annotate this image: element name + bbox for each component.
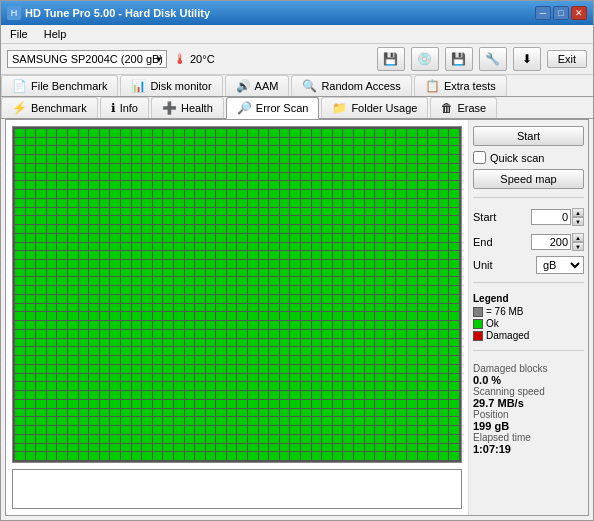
grid-cell xyxy=(110,382,120,390)
grid-cell xyxy=(333,452,343,460)
tab-disk-monitor[interactable]: 📊 Disk monitor xyxy=(120,75,222,96)
grid-cell xyxy=(206,365,216,373)
tab-extra-tests[interactable]: 📋 Extra tests xyxy=(414,75,507,96)
grid-cell xyxy=(36,444,46,452)
grid-cell xyxy=(418,181,428,189)
grid-cell xyxy=(174,234,184,242)
toolbar-btn-2[interactable]: 💿 xyxy=(411,47,439,71)
grid-cell xyxy=(365,374,375,382)
drive-select[interactable]: SAMSUNG SP2004C (200 gB) xyxy=(7,50,167,68)
grid-cell xyxy=(142,356,152,364)
grid-cell xyxy=(290,330,300,338)
tab-health[interactable]: ➕ Health xyxy=(151,97,224,118)
grid-cell xyxy=(216,435,226,443)
grid-cell xyxy=(153,374,163,382)
grid-cell xyxy=(407,225,417,233)
grid-cell xyxy=(15,365,25,373)
grid-cell xyxy=(26,225,36,233)
grid-cell xyxy=(195,243,205,251)
grid-cell xyxy=(354,321,364,329)
grid-cell xyxy=(57,199,67,207)
start-button[interactable]: Start xyxy=(473,126,584,146)
grid-cell xyxy=(375,339,385,347)
grid-cell xyxy=(47,339,57,347)
grid-cell xyxy=(26,155,36,163)
grid-cell xyxy=(100,208,110,216)
unit-select[interactable]: gB MB xyxy=(536,256,584,274)
grid-cell xyxy=(153,304,163,312)
grid-cell xyxy=(354,164,364,172)
quick-scan-checkbox[interactable] xyxy=(473,151,486,164)
start-input[interactable] xyxy=(531,209,571,225)
grid-cell xyxy=(396,251,406,259)
exit-button[interactable]: Exit xyxy=(547,50,587,68)
grid-cell xyxy=(153,409,163,417)
divider-3 xyxy=(473,350,584,351)
grid-cell xyxy=(333,138,343,146)
grid-cell xyxy=(439,234,449,242)
grid-cell xyxy=(79,225,89,233)
grid-cell xyxy=(206,199,216,207)
grid-cell xyxy=(248,277,258,285)
tab-info[interactable]: ℹ Info xyxy=(100,97,149,118)
grid-cell xyxy=(354,225,364,233)
toolbar-btn-4[interactable]: 🔧 xyxy=(479,47,507,71)
grid-cell xyxy=(237,208,247,216)
toolbar-btn-5[interactable]: ⬇ xyxy=(513,47,541,71)
grid-cell xyxy=(375,146,385,154)
grid-cell xyxy=(174,208,184,216)
end-spin-up[interactable]: ▲ xyxy=(572,233,584,242)
grid-cell xyxy=(396,181,406,189)
end-spin-down[interactable]: ▼ xyxy=(572,242,584,251)
grid-cell xyxy=(248,295,258,303)
tab-error-scan[interactable]: 🔎 Error Scan xyxy=(226,97,320,119)
grid-cell xyxy=(47,374,57,382)
tab-file-benchmark[interactable]: 📄 File Benchmark xyxy=(1,75,118,96)
grid-cell xyxy=(174,190,184,198)
close-button[interactable]: ✕ xyxy=(571,6,587,20)
start-spin-up[interactable]: ▲ xyxy=(572,208,584,217)
grid-cell xyxy=(301,347,311,355)
grid-cell xyxy=(15,234,25,242)
tab-folder-usage[interactable]: 📁 Folder Usage xyxy=(321,97,428,118)
grid-cell xyxy=(386,391,396,399)
grid-cell xyxy=(79,190,89,198)
tab-benchmark[interactable]: ⚡ Benchmark xyxy=(1,97,98,118)
grid-cell xyxy=(195,286,205,294)
grid-cell xyxy=(375,435,385,443)
tab-random-access[interactable]: 🔍 Random Access xyxy=(291,75,411,96)
grid-cell xyxy=(386,339,396,347)
toolbar-btn-3[interactable]: 💾 xyxy=(445,47,473,71)
grid-cell xyxy=(439,452,449,460)
tab-erase[interactable]: 🗑 Erase xyxy=(430,97,497,118)
grid-cell xyxy=(312,295,322,303)
grid-cell xyxy=(142,321,152,329)
grid-cell xyxy=(237,199,247,207)
grid-cell xyxy=(89,409,99,417)
minimize-button[interactable]: ─ xyxy=(535,6,551,20)
grid-cell xyxy=(280,277,290,285)
grid-cell xyxy=(343,435,353,443)
speed-map-button[interactable]: Speed map xyxy=(473,169,584,189)
grid-cell xyxy=(36,164,46,172)
end-input[interactable] xyxy=(531,234,571,250)
grid-cell xyxy=(163,426,173,434)
grid-cell xyxy=(110,164,120,172)
toolbar-btn-1[interactable]: 💾 xyxy=(377,47,405,71)
grid-cell xyxy=(386,216,396,224)
tab-aam[interactable]: 🔊 AAM xyxy=(225,75,290,96)
menu-help[interactable]: Help xyxy=(41,27,70,41)
grid-cell xyxy=(407,277,417,285)
grid-cell xyxy=(110,234,120,242)
grid-cell xyxy=(227,391,237,399)
grid-cell xyxy=(100,426,110,434)
grid-cell xyxy=(343,164,353,172)
grid-cell xyxy=(36,435,46,443)
grid-cell xyxy=(15,339,25,347)
start-spin-down[interactable]: ▼ xyxy=(572,217,584,226)
maximize-button[interactable]: □ xyxy=(553,6,569,20)
grid-cell xyxy=(439,225,449,233)
menu-file[interactable]: File xyxy=(7,27,31,41)
grid-cell xyxy=(47,382,57,390)
grid-cell xyxy=(79,234,89,242)
